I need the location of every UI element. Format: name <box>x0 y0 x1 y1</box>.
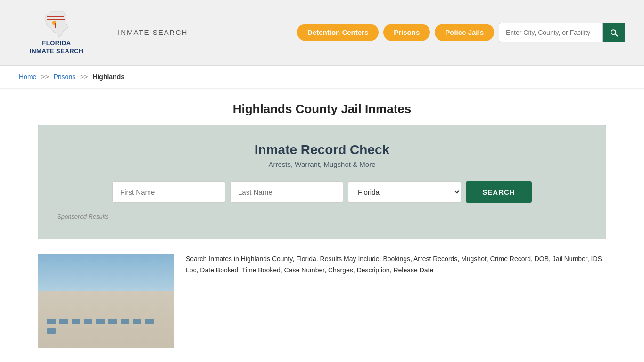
jail-image-windows <box>47 319 165 334</box>
jail-description: Search Inmates in Highlands County, Flor… <box>186 254 606 276</box>
jail-window <box>84 319 92 324</box>
breadcrumb: Home >> Prisons >> Highlands <box>0 66 644 89</box>
header-search-button[interactable] <box>603 23 625 42</box>
record-check-form: AlabamaAlaskaArizonaArkansasCaliforniaCo… <box>57 181 587 203</box>
sponsored-label: Sponsored Results <box>57 213 587 220</box>
svg-rect-4 <box>55 23 56 28</box>
jail-window <box>145 319 154 324</box>
main-nav: Detention Centers Prisons Police Jails <box>297 23 625 42</box>
record-check-widget: Inmate Record Check Arrests, Warrant, Mu… <box>38 125 606 239</box>
header-search-input[interactable] <box>499 23 603 42</box>
bottom-section: Search Inmates in Highlands County, Flor… <box>38 254 606 348</box>
jail-window <box>72 319 80 324</box>
jail-window <box>133 319 141 324</box>
page-title: Highlands County Jail Inmates <box>19 102 625 116</box>
florida-map-icon <box>40 9 73 38</box>
inmate-search-text-group: INMATE SEARCH <box>113 28 188 36</box>
prisons-button[interactable]: Prisons <box>383 24 430 41</box>
record-search-button[interactable]: SEARCH <box>466 181 532 203</box>
header-search-area <box>499 23 625 42</box>
breadcrumb-sep2: >> <box>80 73 88 81</box>
breadcrumb-prisons[interactable]: Prisons <box>54 73 76 81</box>
jail-image <box>38 254 174 348</box>
breadcrumb-current: Highlands <box>92 73 124 81</box>
first-name-input[interactable] <box>112 181 225 203</box>
jail-window <box>47 328 56 334</box>
jail-window <box>108 319 117 324</box>
record-check-title: Inmate Record Check <box>57 142 587 157</box>
inmate-search-label: INMATE SEARCH <box>118 28 188 36</box>
jail-window <box>96 319 105 324</box>
detention-centers-button[interactable]: Detention Centers <box>297 24 379 41</box>
police-jails-button[interactable]: Police Jails <box>435 24 494 41</box>
jail-image-building <box>38 291 174 348</box>
jail-image-sky <box>38 254 174 291</box>
jail-window <box>47 319 56 324</box>
record-check-subtitle: Arrests, Warrant, Mugshot & More <box>57 160 587 168</box>
logo-area: FLORIDA INMATE SEARCH <box>19 9 94 56</box>
jail-window <box>121 319 129 324</box>
breadcrumb-sep1: >> <box>41 73 49 81</box>
search-icon <box>609 28 619 37</box>
state-select[interactable]: AlabamaAlaskaArizonaArkansasCaliforniaCo… <box>348 181 461 203</box>
logo-title: FLORIDA INMATE SEARCH <box>30 40 83 56</box>
site-header: FLORIDA INMATE SEARCH INMATE SEARCH Dete… <box>0 0 644 66</box>
jail-window <box>59 319 68 324</box>
svg-marker-0 <box>45 12 68 37</box>
last-name-input[interactable] <box>230 181 343 203</box>
breadcrumb-home[interactable]: Home <box>19 73 36 81</box>
